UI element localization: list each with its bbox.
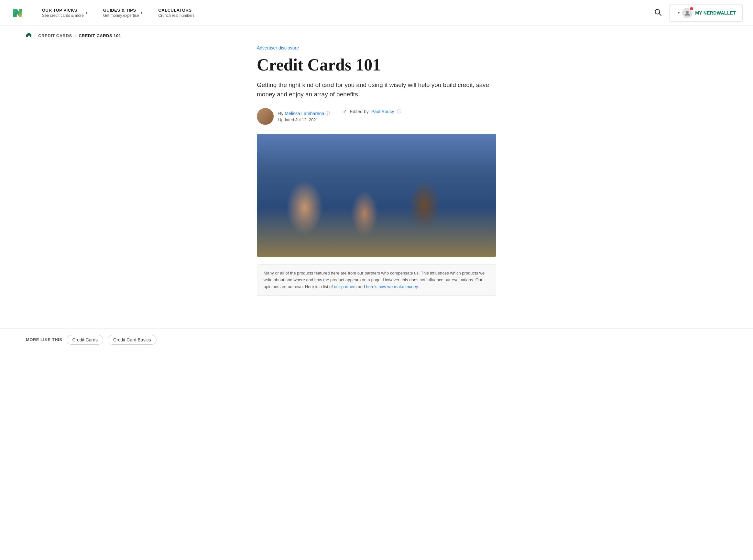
more-like-this-label: MORE LIKE THIS [26, 337, 62, 342]
author-byline: By Melissa Lambarena ⓘ [278, 111, 330, 117]
article-hero-image [257, 134, 496, 257]
author-info-icon[interactable]: ⓘ [325, 111, 330, 116]
nav-top-picks-sub: See credit cards & more [42, 13, 84, 18]
disclaimer-text-middle: and [357, 284, 366, 289]
editor-line: ✓ Edited by Paul Soucy ⓘ [343, 108, 401, 115]
svg-point-3 [686, 11, 689, 13]
my-nerdwallet-button[interactable]: ▾ MY NERDWALLET [669, 4, 742, 22]
nav-bar: OUR TOP PICKS See credit cards & more ▾ … [0, 0, 753, 26]
home-breadcrumb-link[interactable] [26, 32, 32, 39]
partner-disclaimer: Many or all of the products featured her… [257, 264, 496, 296]
author-line: By Melissa Lambarena ⓘ Updated Jul 12, 2… [257, 108, 496, 125]
breadcrumb-separator: › [34, 33, 36, 38]
nav-logo[interactable] [11, 6, 24, 20]
nav-item-guides[interactable]: GUIDES & TIPS Get money expertise ▾ [95, 0, 151, 26]
article-subtitle: Getting the right kind of card for you a… [257, 80, 496, 99]
breadcrumb: › CREDIT CARDS › CREDIT CARDS 101 [0, 26, 753, 45]
author-avatar [257, 108, 274, 125]
more-like-this-section: MORE LIKE THIS Credit Cards Credit Card … [0, 328, 753, 351]
advertiser-disclosure-link[interactable]: Advertiser disclosure [257, 45, 496, 51]
our-partners-link[interactable]: our partners [334, 284, 357, 289]
nav-guides-sub: Get money expertise [103, 13, 139, 18]
author-info: By Melissa Lambarena ⓘ Updated Jul 12, 2… [257, 108, 330, 125]
nav-calculators-sub: Crunch real numbers [158, 13, 194, 18]
editor-info-icon[interactable]: ⓘ [397, 108, 401, 115]
check-icon: ✓ [343, 108, 347, 115]
author-details: By Melissa Lambarena ⓘ Updated Jul 12, 2… [278, 111, 330, 122]
chevron-down-icon: ▾ [141, 11, 142, 15]
tag-credit-cards[interactable]: Credit Cards [67, 335, 103, 345]
main-content: Advertiser disclosure Credit Cards 101 G… [231, 45, 522, 328]
breadcrumb-current-page: CREDIT CARDS 101 [79, 33, 121, 38]
nav-items: OUR TOP PICKS See credit cards & more ▾ … [34, 0, 652, 26]
nav-item-calculators[interactable]: CALCULATORS Crunch real numbers [151, 0, 202, 26]
editor-name-link[interactable]: Paul Soucy [371, 109, 394, 114]
how-we-make-money-link[interactable]: here's how we make money [366, 284, 418, 289]
author-updated-date: Updated Jul 12, 2021 [278, 117, 330, 122]
nav-guides-title: GUIDES & TIPS [103, 8, 139, 13]
svg-line-2 [659, 14, 661, 16]
edited-by-label: Edited by [350, 109, 369, 114]
my-nerdwallet-label: MY NERDWALLET [695, 11, 736, 16]
search-button[interactable] [652, 6, 664, 20]
disclaimer-text-after: . [418, 284, 419, 289]
avatar [682, 8, 693, 18]
nav-item-top-picks[interactable]: OUR TOP PICKS See credit cards & more ▾ [34, 0, 95, 26]
by-label: By [278, 111, 283, 116]
nav-calculators-title: CALCULATORS [158, 8, 194, 13]
notification-badge [689, 6, 694, 11]
breadcrumb-separator: › [75, 33, 76, 38]
nav-top-picks-title: OUR TOP PICKS [42, 8, 84, 13]
tag-credit-card-basics[interactable]: Credit Card Basics [108, 335, 157, 345]
nav-right: ▾ MY NERDWALLET [652, 4, 742, 22]
author-name-link[interactable]: Melissa Lambarena [285, 111, 324, 116]
chevron-down-icon: ▾ [678, 11, 679, 15]
breadcrumb-credit-cards[interactable]: CREDIT CARDS [38, 33, 72, 38]
article-title: Credit Cards 101 [257, 56, 496, 74]
chevron-down-icon: ▾ [86, 11, 87, 15]
